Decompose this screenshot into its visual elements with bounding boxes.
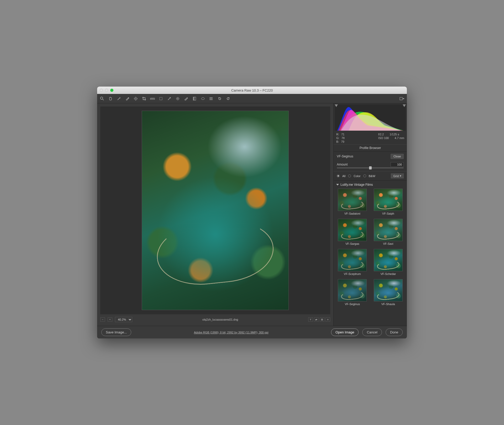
profile-thumb-label: VF-Seginus xyxy=(345,302,360,306)
radial-filter-tool-icon[interactable] xyxy=(201,96,205,101)
transform-tool-icon[interactable] xyxy=(159,96,163,101)
readout-shutter: 1/125 s xyxy=(390,133,399,136)
crop-tool-icon[interactable] xyxy=(142,96,146,101)
svg-point-2 xyxy=(128,97,129,98)
profile-thumb-label: VF-Sceptrum xyxy=(344,272,361,275)
preview-infobar: − + 40.2% olq2zh_lucasssoares01.dng Y ⇄ … xyxy=(100,316,330,323)
filter-all-label: All xyxy=(342,174,345,178)
swap-view-icon[interactable]: ⊞ xyxy=(320,317,324,322)
preview-pane: − + 40.2% olq2zh_lucasssoares01.dng Y ⇄ … xyxy=(97,103,333,326)
profile-thumb-image xyxy=(338,249,367,271)
readout-b-value: 79 xyxy=(341,140,344,143)
profile-thumbs-scroll[interactable]: VF-SadatoniVF-SaiphVF-SargasVF-SaviVF-Sc… xyxy=(334,189,407,326)
before-after-y-icon[interactable]: Y xyxy=(308,317,313,322)
cancel-button[interactable]: Cancel xyxy=(362,328,382,336)
shadow-clip-icon[interactable] xyxy=(335,104,338,109)
presets-tool-icon[interactable] xyxy=(209,96,214,101)
shrink-view-icon[interactable]: − xyxy=(100,317,105,322)
image-preview[interactable] xyxy=(100,107,330,314)
filter-bw-radio[interactable] xyxy=(363,174,366,177)
svg-point-0 xyxy=(101,97,103,99)
compare-view-icon[interactable]: ⇄ xyxy=(314,317,319,322)
done-button[interactable]: Done xyxy=(386,328,403,336)
profile-group-header[interactable]: Lutify.me Vintage Films xyxy=(334,181,407,189)
grow-view-icon[interactable]: + xyxy=(108,317,112,322)
svg-point-26 xyxy=(209,98,210,99)
profile-thumb-image xyxy=(374,189,403,211)
profile-thumb-image xyxy=(374,219,403,241)
spot-removal-tool-icon[interactable] xyxy=(167,96,172,101)
view-mode-select[interactable]: Grid ▾ xyxy=(391,173,404,178)
zoom-select[interactable]: 40.2% xyxy=(115,317,132,322)
highlight-clip-icon[interactable] xyxy=(403,104,406,109)
filter-all-radio[interactable] xyxy=(337,174,340,177)
amount-input[interactable] xyxy=(391,162,404,167)
workflow-options-link[interactable]: Adobe RGB (1998); 8 bit; 2992 by 3992 (1… xyxy=(135,331,327,334)
profile-thumb[interactable]: VF-Savi xyxy=(372,219,405,245)
profile-thumb-image xyxy=(338,189,367,211)
profile-thumb[interactable]: VF-Seginus xyxy=(336,279,369,306)
red-eye-tool-icon[interactable] xyxy=(175,96,180,101)
readout-g-label: G: xyxy=(336,136,339,140)
footer: Save Image... Adobe RGB (1998); 8 bit; 2… xyxy=(97,326,407,338)
adjustment-brush-tool-icon[interactable] xyxy=(184,96,188,101)
histogram[interactable] xyxy=(335,104,406,131)
profile-thumb[interactable]: VF-Saiph xyxy=(372,189,405,215)
minimize-window-icon[interactable] xyxy=(105,89,108,92)
amount-slider-thumb[interactable] xyxy=(369,166,372,169)
readout-aperture: f/2.2 xyxy=(378,133,384,136)
straighten-tool-icon[interactable] xyxy=(150,96,155,101)
profile-thumb[interactable]: VF-Schedar xyxy=(372,249,405,275)
profile-thumb-image xyxy=(374,279,403,301)
readout-focal: 4.7 mm xyxy=(395,136,404,140)
export-icon[interactable] xyxy=(400,96,404,101)
color-sampler-tool-icon[interactable] xyxy=(125,96,130,101)
amount-slider[interactable] xyxy=(337,167,404,168)
zoom-window-icon[interactable] xyxy=(110,89,113,92)
profile-thumb-label: VF-Shaula xyxy=(381,302,395,306)
filename-label: olq2zh_lucasssoares01.dng xyxy=(135,318,306,321)
readout-r-label: R: xyxy=(336,133,339,136)
graduated-filter-tool-icon[interactable] xyxy=(192,96,197,101)
svg-point-4 xyxy=(135,98,136,99)
rotate-cw-icon[interactable] xyxy=(226,96,230,101)
filter-bw-label: B&W xyxy=(369,174,375,178)
profile-thumb-label: VF-Saiph xyxy=(382,212,394,215)
sliders-icon[interactable]: ≡ xyxy=(326,317,330,322)
rotate-ccw-icon[interactable] xyxy=(217,96,222,101)
filter-color-radio[interactable] xyxy=(348,174,351,177)
profile-thumb-label: VF-Schedar xyxy=(380,272,396,275)
hand-tool-icon[interactable] xyxy=(108,96,113,101)
readout: R:71 G:78 B:79 f/2.2 1/125 s ISO 100 4.7… xyxy=(334,132,407,144)
profile-thumb-image xyxy=(338,279,367,301)
profile-thumb[interactable]: VF-Sadatoni xyxy=(336,189,369,215)
photo-canvas xyxy=(142,111,289,310)
profile-thumb[interactable]: VF-Sargas xyxy=(336,219,369,245)
close-browser-button[interactable]: Close xyxy=(391,154,404,159)
save-image-button[interactable]: Save Image... xyxy=(101,328,131,336)
svg-point-27 xyxy=(209,99,210,100)
profile-thumb-label: VF-Sadatoni xyxy=(344,212,360,215)
active-profile-name: VF-Seginus xyxy=(337,155,353,158)
svg-rect-9 xyxy=(150,98,155,99)
svg-rect-28 xyxy=(400,97,402,100)
toolbar xyxy=(97,94,407,103)
filter-color-label: Color xyxy=(354,174,360,178)
readout-iso: ISO 100 xyxy=(378,136,389,140)
profile-thumb-image xyxy=(374,249,403,271)
readout-r-value: 71 xyxy=(341,133,344,136)
panel-title: Profile Browser xyxy=(334,144,407,152)
target-adjust-tool-icon[interactable] xyxy=(133,96,138,101)
profile-thumb[interactable]: VF-Sceptrum xyxy=(336,249,369,275)
zoom-tool-icon[interactable] xyxy=(100,96,104,101)
svg-rect-20 xyxy=(193,97,195,100)
open-image-button[interactable]: Open Image xyxy=(331,328,359,336)
amount-label: Amount xyxy=(337,163,348,166)
right-panel: R:71 G:78 B:79 f/2.2 1/125 s ISO 100 4.7… xyxy=(333,103,407,326)
white-balance-tool-icon[interactable] xyxy=(117,96,121,101)
chevron-down-icon: ▾ xyxy=(400,174,401,178)
profile-thumb[interactable]: VF-Shaula xyxy=(372,279,405,306)
close-window-icon[interactable] xyxy=(100,89,103,92)
svg-rect-14 xyxy=(160,97,162,100)
profile-thumb-image xyxy=(338,219,367,241)
